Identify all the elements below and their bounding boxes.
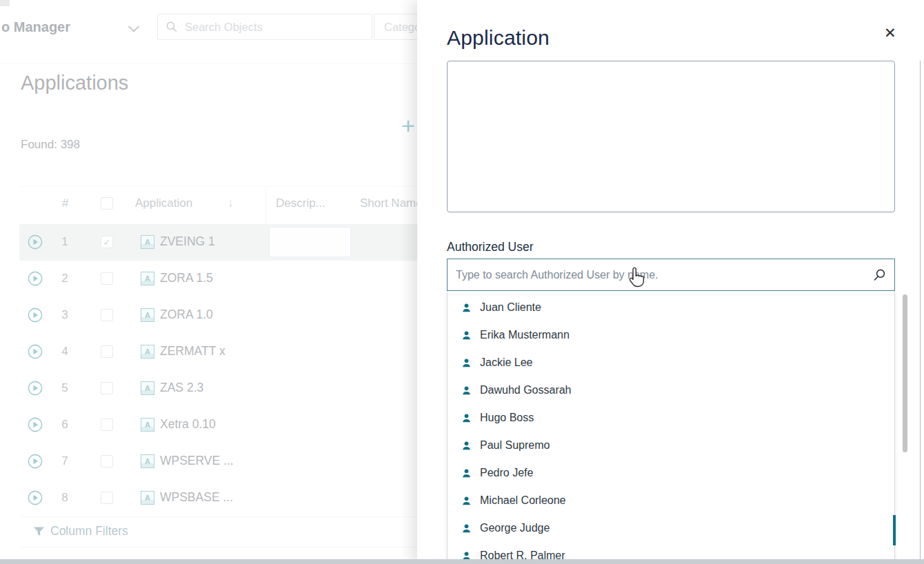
close-icon[interactable]: ✕	[880, 25, 901, 41]
user-icon	[461, 413, 472, 423]
user-icon	[461, 303, 472, 313]
user-icon	[461, 496, 472, 506]
user-option-label: Paul Supremo	[480, 439, 550, 452]
user-option[interactable]: Dawuhd Gossarah	[448, 376, 894, 404]
user-option[interactable]: Pedro Jefe	[448, 459, 894, 487]
user-icon	[461, 385, 472, 396]
screen: o Manager Search Objects Category Applic…	[0, 0, 924, 564]
horizontal-scrollbar[interactable]	[0, 559, 924, 564]
authorized-user-label: Authorized User	[447, 240, 533, 254]
user-icon	[461, 468, 472, 479]
user-option[interactable]: Michael Corleone	[448, 487, 894, 514]
user-option-label: Juan Cliente	[480, 301, 541, 314]
user-option[interactable]: George Judge	[448, 514, 894, 542]
hand-cursor-icon	[627, 266, 645, 290]
application-textarea[interactable]	[447, 61, 895, 212]
user-option-label: Hugo Boss	[480, 412, 534, 424]
authorized-user-search	[447, 259, 895, 291]
modal-scrollbar-track	[920, 61, 921, 560]
application-modal: Application ✕ Authorized User Juan Clien…	[417, 0, 924, 564]
user-option[interactable]: Hugo Boss	[448, 404, 894, 432]
modal-title: Application	[447, 26, 550, 50]
user-dropdown: Juan Cliente Erika Mustermann Jackie Lee…	[447, 291, 895, 564]
dropdown-scrollbar-thumb[interactable]	[893, 515, 896, 545]
user-icon	[461, 358, 472, 368]
search-icon[interactable]	[872, 268, 886, 282]
user-icon	[461, 523, 472, 534]
modal-scrollbar-thumb[interactable]	[903, 294, 907, 452]
user-option-label: Jackie Lee	[480, 356, 533, 369]
user-icon	[461, 441, 472, 451]
user-option-label: Erika Mustermann	[480, 329, 570, 341]
user-option-label: Dawuhd Gossarah	[480, 384, 572, 396]
user-option[interactable]: Paul Supremo	[448, 432, 894, 459]
user-option-label: Michael Corleone	[480, 494, 566, 507]
user-option[interactable]: Juan Cliente	[448, 294, 894, 321]
user-option[interactable]: Jackie Lee	[448, 349, 894, 376]
user-option-label: George Judge	[480, 522, 550, 534]
user-option[interactable]: Erika Mustermann	[448, 321, 894, 349]
user-icon	[461, 330, 472, 341]
authorized-user-input[interactable]	[448, 259, 870, 290]
user-option-label: Pedro Jefe	[480, 467, 533, 479]
